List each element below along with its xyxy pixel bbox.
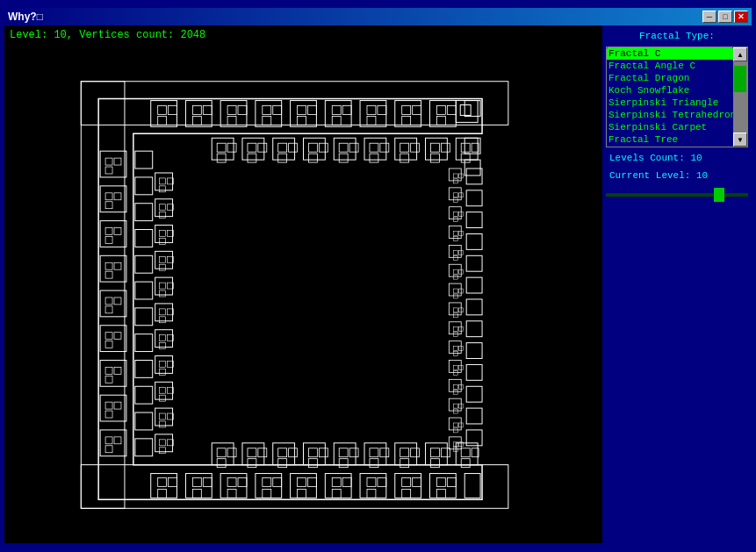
fractal-type-listbox-container: Fractal C Fractal Angle C Fractal Dragon… [606,47,748,147]
scroll-track [733,61,747,133]
fractal-type-label: Fractal Type: [606,29,748,43]
fractal-canvas-area: Level: 10, Vertices count: 2048 [4,25,602,543]
scroll-down-arrow[interactable]: ▼ [733,133,747,147]
title-bar-controls: ─ □ ✕ [702,11,748,23]
listbox-scrollbar[interactable]: ▲ ▼ [733,47,747,147]
fractal-display [4,47,602,543]
title-bar: Why?□ ─ □ ✕ [4,8,752,25]
minimize-button[interactable]: ─ [702,11,716,23]
fractal-type-listbox[interactable]: Fractal C Fractal Angle C Fractal Dragon… [607,47,733,146]
scroll-up-arrow[interactable]: ▲ [733,47,747,61]
slider-track [606,193,748,197]
main-window: Why?□ ─ □ ✕ Level: 10, Vertices count: 2… [3,6,753,545]
slider-fill [606,193,748,197]
current-level-label: Current Level: 10 [606,168,748,183]
info-text: Level: 10, Vertices count: 2048 [4,25,602,45]
right-panel: Fractal Type: Fractal C Fractal Angle C … [602,25,752,543]
levels-count-label: Levels Count: 10 [606,151,748,165]
content-area: Level: 10, Vertices count: 2048 [4,25,752,543]
window-title: Why?□ [8,11,43,23]
slider-thumb[interactable] [714,188,724,202]
level-slider-container [606,186,748,204]
maximize-button[interactable]: □ [718,11,732,23]
scroll-thumb[interactable] [734,66,746,92]
close-button[interactable]: ✕ [734,11,748,23]
